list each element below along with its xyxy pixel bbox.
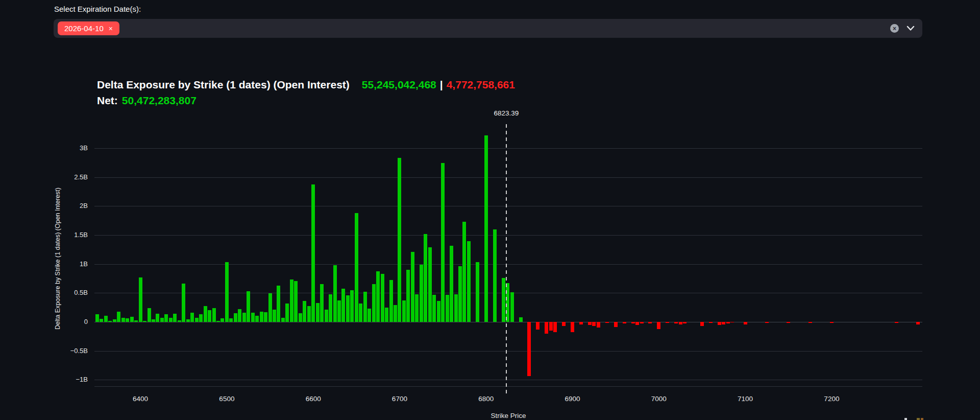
delta-bar-6980[interactable]	[640, 322, 644, 323]
delta-bar-6910[interactable]	[579, 322, 583, 324]
expiration-multiselect[interactable]: 2026-04-10 × ×	[54, 19, 922, 38]
delta-bar-6510[interactable]	[234, 313, 237, 322]
delta-bar-6485[interactable]	[212, 308, 216, 322]
delta-bar-6540[interactable]	[260, 312, 263, 322]
delta-bar-6780[interactable]	[467, 241, 471, 322]
delta-bar-6370[interactable]	[113, 319, 116, 322]
delta-bar-7060[interactable]	[709, 322, 713, 323]
delta-bar-6735[interactable]	[428, 247, 432, 322]
delta-bar-7030[interactable]	[683, 322, 687, 323]
delta-bar-6700[interactable]	[398, 158, 401, 322]
delta-bar-6740[interactable]	[432, 295, 436, 322]
delta-bar-6505[interactable]	[229, 318, 233, 322]
delta-bar-6940[interactable]	[605, 322, 609, 323]
delta-bar-6530[interactable]	[251, 313, 255, 322]
delta-bar-6500[interactable]	[225, 262, 229, 322]
delta-bar-6645[interactable]	[350, 290, 354, 322]
delta-bar-6440[interactable]	[173, 314, 177, 322]
delta-bar-6460[interactable]	[190, 313, 194, 322]
delta-bar-6755[interactable]	[446, 295, 449, 322]
delta-bar-6675[interactable]	[376, 271, 380, 322]
delta-bar-6820[interactable]	[502, 278, 505, 322]
delta-bar-6920[interactable]	[588, 322, 592, 325]
delta-bar-6730[interactable]	[424, 234, 427, 322]
delta-bar-6380[interactable]	[121, 318, 125, 322]
delta-bar-6545[interactable]	[264, 312, 267, 322]
delta-bar-6975[interactable]	[635, 322, 639, 325]
delta-bar-7300[interactable]	[916, 322, 920, 324]
delta-bar-6475[interactable]	[204, 306, 207, 322]
delta-bar-6495[interactable]	[220, 318, 224, 322]
delta-bar-6520[interactable]	[242, 313, 246, 322]
delta-bar-6715[interactable]	[411, 252, 414, 322]
delta-bar-6365[interactable]	[108, 321, 112, 322]
delta-bar-7070[interactable]	[718, 322, 721, 325]
delta-bar-6810[interactable]	[493, 229, 497, 322]
delta-bar-6660[interactable]	[363, 292, 367, 322]
delta-bar-6830[interactable]	[510, 292, 514, 322]
delta-bar-6665[interactable]	[368, 309, 371, 322]
delta-bar-6710[interactable]	[406, 270, 410, 322]
delta-bar-6850[interactable]	[527, 322, 531, 376]
delta-bar-6625[interactable]	[333, 265, 337, 322]
delta-bar-6680[interactable]	[381, 274, 384, 322]
delta-bar-6720[interactable]	[415, 294, 419, 322]
delta-bar-7100[interactable]	[744, 322, 747, 324]
delta-bar-7200[interactable]	[830, 322, 834, 323]
delta-bar-6770[interactable]	[458, 266, 462, 322]
delta-bar-7275[interactable]	[895, 322, 898, 323]
delta-bar-6550[interactable]	[268, 293, 272, 322]
delta-bar-6555[interactable]	[273, 310, 276, 322]
delta-bar-6695[interactable]	[394, 305, 397, 322]
delta-bar-6385[interactable]	[126, 318, 129, 322]
delta-bar-6605[interactable]	[316, 303, 320, 322]
delta-bar-7075[interactable]	[722, 322, 725, 324]
delta-bar-6480[interactable]	[208, 310, 211, 322]
delta-bar-6465[interactable]	[195, 318, 199, 322]
delta-bar-7150[interactable]	[787, 322, 790, 323]
delta-bar-6670[interactable]	[372, 284, 376, 322]
delta-bar-6565[interactable]	[281, 318, 285, 322]
selected-date-tag[interactable]: 2026-04-10 ×	[58, 21, 119, 35]
delta-bar-6705[interactable]	[402, 300, 406, 322]
delta-bar-7050[interactable]	[700, 322, 704, 326]
delta-bar-6630[interactable]	[337, 300, 341, 322]
delta-bar-6725[interactable]	[420, 265, 423, 322]
delta-bar-7080[interactable]	[726, 322, 730, 323]
delta-bar-6690[interactable]	[389, 280, 393, 322]
delta-bar-7175[interactable]	[808, 322, 812, 323]
delta-bar-6415[interactable]	[152, 319, 155, 322]
delta-bar-6490[interactable]	[216, 321, 220, 322]
delta-bar-6560[interactable]	[277, 286, 280, 322]
delta-bar-6840[interactable]	[519, 317, 523, 322]
delta-bar-6880[interactable]	[553, 322, 557, 332]
delta-bar-6860[interactable]	[536, 322, 540, 330]
delta-bar-7000[interactable]	[657, 322, 660, 329]
delta-bar-6745[interactable]	[437, 301, 440, 322]
delta-bar-6970[interactable]	[631, 322, 635, 323]
delta-bar-6430[interactable]	[164, 314, 168, 322]
delta-bar-6685[interactable]	[385, 308, 388, 322]
delta-bar-6790[interactable]	[476, 262, 479, 322]
delta-bar-6615[interactable]	[325, 310, 328, 322]
delta-bar-6595[interactable]	[307, 306, 311, 322]
delta-bar-6590[interactable]	[303, 301, 306, 322]
delta-bar-6575[interactable]	[290, 279, 293, 322]
delta-bar-6350[interactable]	[95, 314, 99, 322]
delta-bar-6525[interactable]	[247, 291, 250, 322]
tag-remove-icon[interactable]: ×	[109, 25, 113, 32]
delta-bar-6455[interactable]	[186, 319, 190, 322]
delta-bar-7085[interactable]	[730, 322, 734, 322]
delta-bar-7125[interactable]	[765, 322, 769, 323]
delta-bar-6900[interactable]	[571, 322, 574, 332]
delta-bar-7010[interactable]	[666, 322, 669, 323]
delta-bar-6925[interactable]	[592, 322, 596, 326]
delta-bar-6600[interactable]	[311, 184, 315, 322]
delta-bar-6650[interactable]	[355, 213, 358, 322]
plot-area[interactable]	[94, 126, 922, 387]
delta-bar-6620[interactable]	[329, 294, 332, 322]
delta-bar-6800[interactable]	[484, 135, 488, 322]
delta-bar-6635[interactable]	[341, 289, 345, 322]
delta-bar-7025[interactable]	[679, 322, 682, 324]
delta-bar-6515[interactable]	[238, 309, 241, 322]
